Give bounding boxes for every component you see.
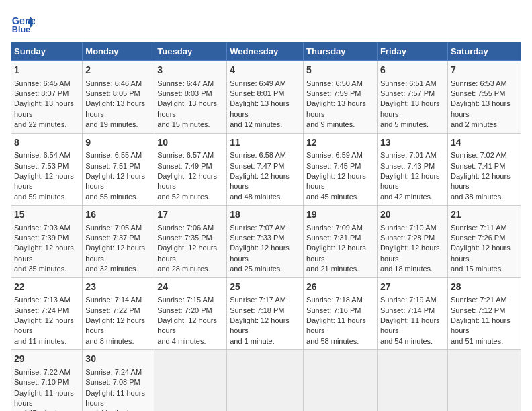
day-number-6: 6 xyxy=(380,64,445,77)
daylight-minutes-24: and 4 minutes. xyxy=(157,337,206,345)
day-number-8: 8 xyxy=(14,136,79,150)
day-number-11: 11 xyxy=(230,136,300,150)
sunset-8: Sunset: 7:53 PM xyxy=(14,162,69,170)
sunrise-25: Sunrise: 7:17 AM xyxy=(230,295,286,304)
daylight-label-26: Daylight: 11 hours hours xyxy=(306,316,366,334)
daylight-label-29: Daylight: 11 hours hours xyxy=(14,389,74,407)
header-monday: Monday xyxy=(83,42,154,61)
sunrise-30: Sunrise: 7:24 AM xyxy=(85,368,142,376)
weekday-header-row: Sunday Monday Tuesday Wednesday Thursday… xyxy=(11,42,521,61)
day-cell-7: 7 Sunrise: 6:53 AM Sunset: 7:55 PM Dayli… xyxy=(447,61,521,134)
day-cell-1: 1 Sunrise: 6:45 AM Sunset: 8:07 PM Dayli… xyxy=(11,61,83,134)
daylight-minutes-16: and 32 minutes. xyxy=(85,265,138,273)
week-row-2: 8 Sunrise: 6:54 AM Sunset: 7:53 PM Dayli… xyxy=(11,133,521,205)
daylight-label-17: Daylight: 12 hours hours xyxy=(157,244,217,262)
day-number-21: 21 xyxy=(451,208,518,222)
sunrise-13: Sunrise: 7:01 AM xyxy=(380,151,437,159)
sunrise-28: Sunrise: 7:21 AM xyxy=(451,295,507,304)
sunrise-9: Sunrise: 6:55 AM xyxy=(85,151,142,159)
day-number-12: 12 xyxy=(306,136,374,150)
day-cell-19: 19 Sunrise: 7:09 AM Sunset: 7:31 PM Dayl… xyxy=(304,205,378,278)
sunset-1: Sunset: 8:07 PM xyxy=(14,89,69,97)
day-number-5: 5 xyxy=(306,64,374,77)
day-cell-13: 13 Sunrise: 7:01 AM Sunset: 7:43 PM Dayl… xyxy=(377,133,447,205)
day-cell-28: 28 Sunrise: 7:21 AM Sunset: 7:12 PM Dayl… xyxy=(447,277,521,350)
day-number-18: 18 xyxy=(230,208,300,222)
sunrise-11: Sunrise: 6:58 AM xyxy=(230,151,286,159)
sunset-18: Sunset: 7:33 PM xyxy=(230,234,284,242)
header-sunday: Sunday xyxy=(11,42,83,61)
day-cell-24: 24 Sunrise: 7:15 AM Sunset: 7:20 PM Dayl… xyxy=(154,277,227,350)
sunrise-20: Sunrise: 7:10 AM xyxy=(380,224,437,232)
day-number-17: 17 xyxy=(157,208,224,222)
day-cell-16: 16 Sunrise: 7:05 AM Sunset: 7:37 PM Dayl… xyxy=(83,205,154,278)
day-cell-6: 6 Sunrise: 6:51 AM Sunset: 7:57 PM Dayli… xyxy=(377,61,447,134)
day-number-4: 4 xyxy=(230,64,300,77)
sunrise-8: Sunrise: 6:54 AM xyxy=(14,151,71,159)
page-header: General Blue xyxy=(11,11,521,35)
day-cell-20: 20 Sunrise: 7:10 AM Sunset: 7:28 PM Dayl… xyxy=(377,205,447,278)
day-number-20: 20 xyxy=(380,208,445,222)
day-cell-18: 18 Sunrise: 7:07 AM Sunset: 7:33 PM Dayl… xyxy=(227,205,304,278)
daylight-minutes-14: and 38 minutes. xyxy=(451,193,503,201)
day-cell-15: 15 Sunrise: 7:03 AM Sunset: 7:39 PM Dayl… xyxy=(11,205,83,278)
daylight-label-4: Daylight: 13 hours hours xyxy=(230,99,290,118)
sunrise-4: Sunrise: 6:49 AM xyxy=(230,79,286,87)
day-cell-4: 4 Sunrise: 6:49 AM Sunset: 8:01 PM Dayli… xyxy=(227,61,304,134)
daylight-label-15: Daylight: 12 hours hours xyxy=(14,244,74,262)
day-number-14: 14 xyxy=(451,136,518,150)
day-number-25: 25 xyxy=(230,281,300,294)
day-number-30: 30 xyxy=(85,353,151,366)
day-number-24: 24 xyxy=(157,281,224,294)
day-number-9: 9 xyxy=(85,136,151,150)
daylight-minutes-25: and 1 minute. xyxy=(230,337,275,345)
daylight-label-16: Daylight: 12 hours hours xyxy=(85,244,145,262)
sunset-22: Sunset: 7:24 PM xyxy=(14,306,69,314)
day-number-7: 7 xyxy=(451,64,518,77)
sunset-23: Sunset: 7:22 PM xyxy=(85,306,140,314)
daylight-minutes-20: and 18 minutes. xyxy=(380,265,433,273)
day-cell-27: 27 Sunrise: 7:19 AM Sunset: 7:14 PM Dayl… xyxy=(377,277,447,350)
daylight-label-21: Daylight: 12 hours hours xyxy=(451,244,511,262)
sunrise-21: Sunrise: 7:11 AM xyxy=(451,224,507,232)
sunrise-29: Sunrise: 7:22 AM xyxy=(14,368,71,376)
daylight-minutes-28: and 51 minutes. xyxy=(451,337,503,345)
daylight-label-30: Daylight: 11 hours hours xyxy=(85,389,145,407)
day-number-26: 26 xyxy=(306,281,374,294)
day-cell-3: 3 Sunrise: 6:47 AM Sunset: 8:03 PM Dayli… xyxy=(154,61,227,134)
day-number-3: 3 xyxy=(157,64,224,77)
daylight-label-18: Daylight: 12 hours hours xyxy=(230,244,290,262)
sunset-4: Sunset: 8:01 PM xyxy=(230,89,284,97)
sunset-26: Sunset: 7:16 PM xyxy=(306,306,361,314)
sunrise-2: Sunrise: 6:46 AM xyxy=(85,79,142,87)
day-cell-8: 8 Sunrise: 6:54 AM Sunset: 7:53 PM Dayli… xyxy=(11,133,83,205)
sunset-17: Sunset: 7:35 PM xyxy=(157,234,212,242)
day-cell-30: 30 Sunrise: 7:24 AM Sunset: 7:08 PM Dayl… xyxy=(83,350,154,411)
daylight-minutes-10: and 52 minutes. xyxy=(157,193,210,201)
empty-cell xyxy=(377,350,447,411)
daylight-minutes-18: and 25 minutes. xyxy=(230,265,282,273)
sunrise-7: Sunrise: 6:53 AM xyxy=(451,79,507,87)
daylight-minutes-5: and 9 minutes. xyxy=(306,120,355,128)
sunrise-18: Sunrise: 7:07 AM xyxy=(230,224,286,232)
day-number-27: 27 xyxy=(380,281,445,294)
sunset-9: Sunset: 7:51 PM xyxy=(85,162,140,170)
daylight-minutes-4: and 12 minutes. xyxy=(230,120,282,128)
daylight-minutes-6: and 5 minutes. xyxy=(380,120,429,128)
daylight-minutes-3: and 15 minutes. xyxy=(157,120,210,128)
header-wednesday: Wednesday xyxy=(227,42,304,61)
sunrise-26: Sunrise: 7:18 AM xyxy=(306,295,363,304)
sunrise-15: Sunrise: 7:03 AM xyxy=(14,224,71,232)
day-number-1: 1 xyxy=(14,64,79,77)
day-number-13: 13 xyxy=(380,136,445,150)
daylight-minutes-23: and 8 minutes. xyxy=(85,337,134,345)
daylight-label-7: Daylight: 13 hours hours xyxy=(451,99,511,118)
header-thursday: Thursday xyxy=(304,42,378,61)
sunset-27: Sunset: 7:14 PM xyxy=(380,306,435,314)
empty-cell xyxy=(304,350,378,411)
day-cell-9: 9 Sunrise: 6:55 AM Sunset: 7:51 PM Dayli… xyxy=(83,133,154,205)
sunrise-19: Sunrise: 7:09 AM xyxy=(306,224,363,232)
daylight-label-2: Daylight: 13 hours hours xyxy=(85,99,145,118)
sunrise-17: Sunrise: 7:06 AM xyxy=(157,224,214,232)
sunrise-14: Sunrise: 7:02 AM xyxy=(451,151,507,159)
